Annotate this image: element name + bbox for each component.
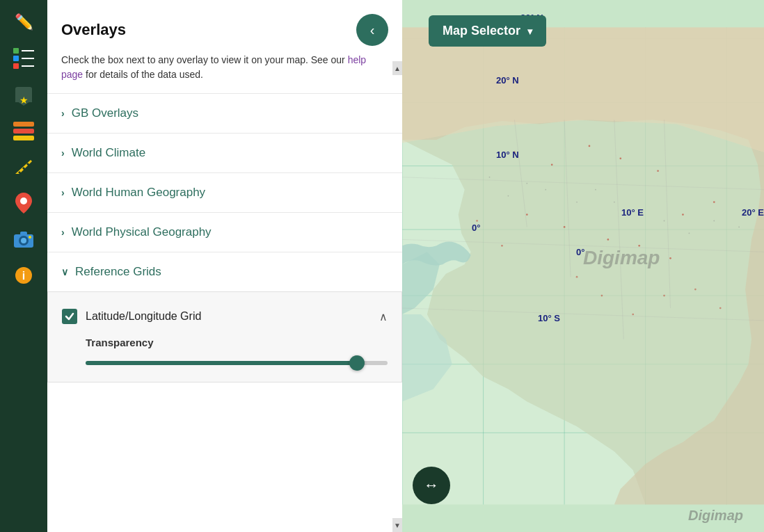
lat-lon-grid-row: Latitude/Longitude Grid ∧ [62,303,388,330]
svg-point-42 [489,177,491,178]
chevron-right-icon: › [61,227,65,238]
svg-point-32 [682,213,684,216]
overlay-group-physical-geo-header[interactable]: › World Physical Geography [47,213,402,252]
svg-point-26 [657,170,659,172]
location-icon[interactable] [7,186,40,220]
svg-point-52 [713,220,715,222]
bookmark-icon[interactable]: ★ [7,78,40,111]
svg-point-23 [551,163,553,166]
svg-point-38 [632,314,634,316]
overlay-group-ref-grids-label: Reference Grids [75,265,161,279]
svg-point-35 [669,257,671,259]
lat-label-20n: 20° N [496,75,519,86]
svg-point-41 [719,307,722,309]
map-selector-dropdown-arrow: ▾ [527,26,532,37]
overlay-group-physical-geo-label: World Physical Geography [72,225,212,239]
svg-point-44 [526,183,527,184]
svg-marker-0 [15,160,32,174]
lat-label-10n: 10° N [496,150,519,160]
svg-point-45 [545,189,546,191]
overlay-group-climate-label: World Climate [72,146,145,160]
transparency-section: Transparency [62,330,388,368]
scroll-down-arrow[interactable]: ▼ [392,518,402,532]
svg-point-53 [738,227,740,228]
svg-text:i: i [22,270,25,282]
overlay-group-gb: › GB Overlays [47,93,402,133]
camera-icon[interactable] [7,223,40,256]
svg-point-40 [694,289,697,291]
scroll-up-arrow[interactable]: ▲ [392,61,402,75]
map-selector-label: Map Selector [443,24,520,38]
svg-point-36 [576,276,578,278]
svg-point-34 [638,245,640,247]
svg-point-28 [564,226,566,228]
pencil-icon[interactable]: ✏️ [7,6,40,39]
overlay-group-human-geo-header[interactable]: › World Human Geography [47,173,402,212]
overlay-groups-list: › GB Overlays › World Climate › World Hu… [47,93,402,532]
map-background [402,0,764,532]
map-expand-button[interactable]: ↔ [413,467,450,504]
chevron-down-icon: ∨ [61,266,68,277]
expand-icon: ↔ [424,476,439,494]
lon-label-10e: 10° E [621,207,644,218]
overlay-group-gb-header[interactable]: › GB Overlays [47,94,402,133]
expand-collapse-arrow[interactable]: ∧ [379,310,388,323]
chevron-right-icon: › [61,147,65,159]
svg-point-27 [526,213,528,216]
description-text: Check the box next to any overlay to vie… [61,54,348,65]
svg-point-29 [607,239,610,241]
collapse-panel-button[interactable]: ‹ [356,14,388,46]
lon-label-20e: 20° E [742,207,764,218]
lat-lon-grid-checkbox[interactable] [62,309,77,324]
svg-point-25 [619,158,621,160]
overlay-group-ref-grids-header[interactable]: ∨ Reference Grids [47,252,402,291]
list-icon[interactable] [7,42,40,75]
lat-label-10s: 10° S [538,313,560,323]
svg-point-30 [501,245,503,247]
chevron-right-icon: › [61,108,65,119]
svg-point-43 [508,195,509,197]
overlay-group-physical-geo: › World Physical Geography [47,212,402,252]
ruler-icon[interactable] [7,150,40,184]
svg-point-50 [664,220,665,222]
svg-point-37 [601,295,603,297]
svg-rect-5 [20,232,27,235]
svg-point-33 [713,201,715,203]
chevron-right-icon: › [61,187,65,198]
svg-point-24 [589,145,591,147]
svg-point-31 [476,220,478,222]
panel-description: Check the box next to any overlay to vie… [47,53,402,93]
overlay-group-climate-header[interactable]: › World Climate [47,134,402,172]
overlay-group-human-geo: › World Human Geography [47,172,402,212]
map-selector-button[interactable]: Map Selector ▾ [429,15,546,47]
overlays-panel: ▲ Overlays ‹ Check the box next to any o… [47,0,402,532]
lat-label-0-left: 0° [472,223,480,233]
svg-point-6 [29,236,31,239]
toolbar: ✏️ ★ [0,0,47,532]
overlay-group-human-geo-label: World Human Geography [72,186,205,200]
panel-title: Overlays [61,21,126,39]
layers-icon[interactable] [7,114,40,147]
lat-lon-grid-label-row: Latitude/Longitude Grid ∧ [86,310,388,323]
panel-header: Overlays ‹ [47,0,402,53]
transparency-slider[interactable] [86,361,388,365]
svg-point-51 [689,233,690,234]
svg-point-1 [20,198,27,204]
svg-point-47 [595,189,596,191]
lat-label-0-mid: 0° [576,247,584,257]
overlay-group-ref-grids: ∨ Reference Grids Latitude/Longitude Gri… [47,252,402,382]
transparency-label: Transparency [86,337,388,348]
description-suffix: for details of the data used. [83,69,203,80]
info-icon[interactable]: i [7,259,40,292]
overlay-group-gb-label: GB Overlays [72,106,138,120]
reference-grids-expanded: Latitude/Longitude Grid ∧ Transparency [47,291,402,382]
svg-point-46 [576,202,578,203]
lat-lon-grid-label: Latitude/Longitude Grid [86,310,201,323]
svg-point-39 [663,295,665,297]
overlay-group-climate: › World Climate [47,133,402,172]
svg-point-48 [614,202,615,203]
map-area: 30° N 20° N 10° N 0° 0° 10° S 10° E 20° … [402,0,764,532]
svg-point-4 [21,238,26,243]
